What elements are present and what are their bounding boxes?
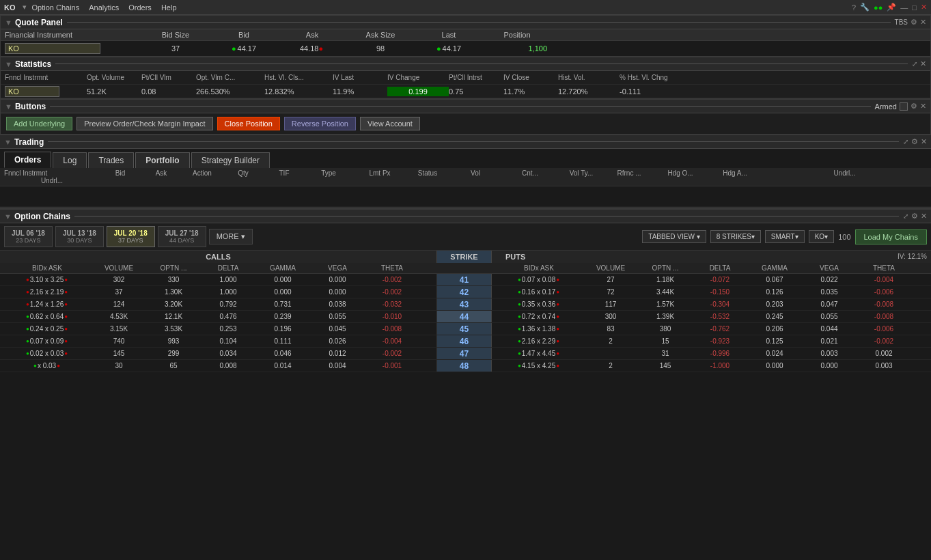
minimize-btn[interactable]: — [900,3,908,12]
tab-trades[interactable]: Trades [88,152,134,168]
trading-hdr-vol: Vol [448,169,503,177]
options-row-5[interactable]: ●0.07 x 0.09● 740 993 0.104 0.111 0.026 … [0,335,931,348]
more-button[interactable]: MORE ▾ [209,229,253,244]
smart-button[interactable]: SMART▾ [765,230,805,243]
menu-help[interactable]: Help [161,3,177,12]
tabbed-view-button[interactable]: TABBED VIEW ▾ [642,230,706,243]
calls-bid-dot-3: ● [26,313,29,320]
trading-hdr-rfrnc: Rfrnc ... [605,169,653,177]
menu-analytics[interactable]: Analytics [89,3,119,12]
puts-optn-5: 15 [638,337,693,346]
calls-volume-5: 740 [92,337,146,346]
trading-hdr-instrument: Fnncl Instrmnt [4,169,100,177]
options-row-3[interactable]: ●0.62 x 0.64● 4.53K 12.1K 0.476 0.239 0.… [0,311,931,323]
calls-bid-dot-2: ● [26,301,29,307]
puts-data-4: ●1.36 x 1.38● 83 380 -0.762 0.206 0.044 … [492,323,929,335]
add-underlying-button[interactable]: Add Underlying [6,117,72,130]
buttons-panel-header: ▼ Buttons Armed ⚙ ✕ [1,100,930,113]
stats-hdr-hst-vl: Hst. Vl. Cls... [264,74,333,81]
bid-dot: ● [232,44,236,53]
expiry-tab-1[interactable]: JUL 13 '18 30 DAYS [55,226,104,247]
calls-optn-1: 1.30K [146,288,201,296]
trading-hdr-type: Type [305,169,352,177]
maximize-btn[interactable]: □ [912,3,917,12]
armed-checkbox[interactable] [900,102,908,111]
preview-order-button[interactable]: Preview Order/Check Margin Impact [77,117,212,130]
quote-panel-settings-icon[interactable]: ⚙ [911,18,917,27]
trading-empty-row [0,186,931,207]
calls-theta-0: -0.002 [365,275,419,284]
strike-5[interactable]: 46 [437,335,492,347]
armed-settings-icon[interactable]: ⚙ [911,102,917,111]
options-row-0[interactable]: ●3.10 x 3.25● 302 330 1.000 0.000 0.000 … [0,274,931,286]
trading-expand-icon[interactable]: ⤢ [903,138,908,145]
strike-6[interactable]: 47 [437,348,492,359]
puts-volume-1: 72 [583,288,638,296]
expiry-tab-0[interactable]: JUL 06 '18 23 DAYS [4,226,53,247]
calls-data-3: ●0.62 x 0.64● 4.53K 12.1K 0.476 0.239 0.… [0,311,437,322]
tab-orders[interactable]: Orders [4,152,51,168]
chains-settings-icon[interactable]: ⚙ [911,212,918,221]
view-account-button[interactable]: View Account [360,117,420,130]
armed-close-icon[interactable]: ✕ [920,102,926,111]
calls-volume-6: 145 [92,349,146,358]
settings-icon[interactable]: 🔧 [860,3,870,12]
puts-delta-6: -0.996 [693,349,747,358]
load-chains-button[interactable]: Load My Chains [855,229,928,244]
strike-1[interactable]: 42 [437,286,492,298]
puts-gamma-5: 0.125 [747,337,802,346]
pin-icon[interactable]: 📌 [887,3,896,12]
trading-hdr-tif: TIF [264,169,305,177]
puts-volume-4: 83 [583,324,638,333]
tab-portfolio[interactable]: Portfolio [135,152,189,168]
menu-orders[interactable]: Orders [128,3,152,12]
options-row-7[interactable]: ●x 0.03● 30 65 0.008 0.014 0.004 -0.001 … [0,360,931,372]
expiry-tab-2[interactable]: JUL 20 '18 37 DAYS [107,226,155,247]
puts-bid-dot-7: ● [518,363,521,369]
close-btn[interactable]: ✕ [921,3,927,12]
tab-strategy-builder[interactable]: Strategy Builder [191,152,270,168]
strikes-button[interactable]: 8 STRIKES▾ [710,230,761,243]
puts-theta-0: -0.004 [857,275,911,284]
expiry-tab-3[interactable]: JUL 27 '18 44 DAYS [158,226,206,247]
calls-bid-dot-5: ● [26,338,29,344]
statistics-panel: ▼ Statistics ⤢ ✕ Fnncl Instrmnt Opt. Vol… [0,57,931,99]
strike-4[interactable]: 45 [437,323,492,335]
symbol-input[interactable] [5,43,100,54]
puts-optn-1: 3.44K [638,288,693,296]
app-title[interactable]: KO [4,3,16,12]
stats-symbol-input[interactable] [5,86,59,97]
iv-label: IV: 12.1% [898,253,927,261]
options-row-6[interactable]: ●0.02 x 0.03● 145 299 0.034 0.046 0.012 … [0,348,931,360]
stats-expand-icon[interactable]: ⤢ [912,60,917,68]
stats-close-icon[interactable]: ✕ [920,59,926,68]
puts-data-2: ●0.35 x 0.36● 117 1.57K -0.304 0.203 0.0… [492,298,929,310]
bid-size-value: 37 [141,44,210,53]
puts-ask-dot-5: ● [556,338,559,344]
strike-2[interactable]: 43 [437,298,492,310]
trading-settings-icon[interactable]: ⚙ [911,137,918,146]
symbol-button[interactable]: KO▾ [809,230,834,243]
calls-delta-3: 0.476 [201,312,255,321]
trading-close-icon[interactable]: ✕ [921,137,927,146]
chains-expand-icon[interactable]: ⤢ [903,212,908,220]
stats-hdr-iv-close: IV Close [503,74,558,81]
chains-close-icon[interactable]: ✕ [921,212,927,221]
chains-panel-header: ▼ Option Chains ⤢ ⚙ ✕ [0,210,931,223]
options-row-1[interactable]: ●2.16 x 2.19● 37 1.30K 1.000 0.000 0.000… [0,286,931,298]
help-icon[interactable]: ? [852,3,856,12]
close-position-button[interactable]: Close Position [217,117,280,130]
strike-0[interactable]: 41 [437,274,492,285]
strike-7[interactable]: 48 [437,360,492,372]
reverse-position-button[interactable]: Reverse Position [284,117,356,130]
stats-pt-cll-vlm: 0.08 [141,87,196,96]
strike-3[interactable]: 44 [437,311,492,322]
puts-gamma-3: 0.245 [747,312,802,321]
menu-option-chains[interactable]: Option Chains [32,3,80,12]
trading-hdr-ask: Ask [141,169,182,177]
options-row-4[interactable]: ●0.24 x 0.25● 3.15K 3.53K 0.253 0.196 0.… [0,323,931,335]
tab-log[interactable]: Log [53,152,87,168]
calls-gamma-6: 0.046 [255,349,310,358]
options-row-2[interactable]: ●1.24 x 1.26● 124 3.20K 0.792 0.731 0.03… [0,298,931,311]
quote-panel-close-icon[interactable]: ✕ [920,18,926,27]
